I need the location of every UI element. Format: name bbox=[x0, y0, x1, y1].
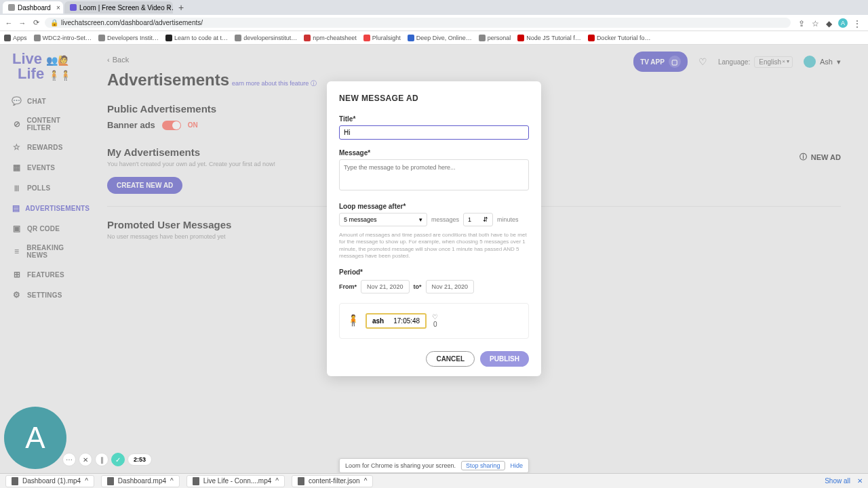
message-label: Message* bbox=[339, 149, 529, 157]
minutes-stepper[interactable]: 1⇵ bbox=[463, 213, 493, 226]
show-all-downloads[interactable]: Show all bbox=[825, 477, 850, 485]
from-date-input[interactable]: Nov 21, 2020 bbox=[361, 280, 410, 293]
share-icon[interactable]: ⇪ bbox=[797, 19, 806, 27]
bookmark[interactable]: personal bbox=[479, 35, 511, 41]
preview-box: 🧍 ash 17:05:48 ♡0 bbox=[339, 303, 529, 339]
download-item[interactable]: Live Life - Conn....mp4^ bbox=[186, 475, 285, 487]
bookmark[interactable]: Deep Dive, Online… bbox=[408, 35, 472, 41]
profile-avatar[interactable]: A bbox=[838, 18, 848, 28]
browser-tabs: Dashboard× Loom | Free Screen & Video R…… bbox=[0, 0, 868, 15]
browser-toolbar: ← → ⟳ 🔒livechatscreen.com/dashboard/adve… bbox=[0, 15, 868, 31]
file-icon bbox=[193, 477, 199, 485]
heart-icon: ♡ bbox=[432, 313, 438, 321]
file-icon bbox=[12, 477, 18, 485]
bookmark[interactable]: developersinstitut… bbox=[235, 35, 297, 41]
new-message-ad-modal: NEW MESSAGE AD Title* Message* Loop mess… bbox=[327, 81, 541, 376]
browser-tab[interactable]: Loom | Free Screen & Video R…× bbox=[64, 1, 173, 14]
loom-recorder: A ⋯ ✕ ∥ ✓ 2:53 bbox=[4, 407, 66, 469]
extension-icon[interactable]: ◆ bbox=[825, 19, 833, 27]
loom-stop-button[interactable]: ✕ bbox=[79, 453, 92, 466]
bookmark[interactable]: Learn to code at t… bbox=[165, 35, 228, 41]
chevron-up-icon[interactable]: ^ bbox=[275, 477, 279, 485]
bookmark[interactable]: npm-cheatsheet bbox=[304, 35, 357, 41]
title-label: Title* bbox=[339, 115, 529, 123]
loom-pause-button[interactable]: ∥ bbox=[95, 453, 108, 466]
loom-avatar[interactable]: A bbox=[4, 407, 66, 469]
preview-likes: ♡0 bbox=[432, 313, 438, 328]
chevron-down-icon: ▾ bbox=[419, 216, 422, 223]
bookmark[interactable]: Apps bbox=[4, 35, 27, 41]
stepper-icon: ⇵ bbox=[483, 216, 488, 223]
close-icon[interactable]: × bbox=[56, 4, 60, 12]
message-textarea[interactable] bbox=[339, 159, 529, 190]
from-label: From* bbox=[339, 283, 357, 290]
loom-done-button[interactable]: ✓ bbox=[111, 453, 125, 466]
messages-word: messages bbox=[431, 216, 459, 223]
back-icon[interactable]: ← bbox=[4, 19, 14, 27]
chevron-up-icon[interactable]: ^ bbox=[364, 477, 368, 485]
publish-button[interactable]: PUBLISH bbox=[480, 351, 529, 367]
new-tab-button[interactable]: + bbox=[174, 2, 188, 13]
address-bar[interactable]: 🔒livechatscreen.com/dashboard/advertisem… bbox=[45, 18, 791, 28]
minutes-word: minutes bbox=[497, 216, 519, 223]
download-item[interactable]: Dashboard.mp4^ bbox=[101, 475, 180, 487]
reload-icon[interactable]: ⟳ bbox=[31, 18, 41, 27]
share-text: Loom for Chrome is sharing your screen. bbox=[345, 462, 456, 469]
cancel-button[interactable]: CANCEL bbox=[426, 351, 475, 367]
download-item[interactable]: Dashboard (1).mp4^ bbox=[5, 475, 94, 487]
close-icon[interactable]: × bbox=[166, 4, 170, 12]
loop-hint: Amount of messages and time passed are c… bbox=[339, 232, 529, 260]
to-label: to* bbox=[414, 283, 422, 290]
loom-more-button[interactable]: ⋯ bbox=[62, 453, 76, 466]
hide-notice-button[interactable]: Hide bbox=[511, 462, 524, 469]
close-downloads-bar[interactable]: ✕ bbox=[857, 477, 863, 485]
browser-tab[interactable]: Dashboard× bbox=[3, 1, 63, 14]
to-date-input[interactable]: Nov 21, 2020 bbox=[426, 280, 475, 293]
screen-share-notice: Loom for Chrome is sharing your screen. … bbox=[339, 458, 529, 473]
bookmark[interactable]: Developers Instit… bbox=[98, 35, 159, 41]
chevron-up-icon[interactable]: ^ bbox=[85, 477, 88, 485]
period-label: Period* bbox=[339, 268, 529, 276]
lock-icon: 🔒 bbox=[50, 19, 58, 26]
menu-icon[interactable]: ⋮ bbox=[853, 19, 861, 27]
download-item[interactable]: content-filter.json^ bbox=[292, 475, 373, 487]
preview-message: ash 17:05:48 bbox=[366, 313, 427, 329]
bookmark[interactable]: Docker Tutorial fo… bbox=[588, 35, 651, 41]
loop-messages-select[interactable]: 5 messages▾ bbox=[339, 213, 427, 226]
loom-timer: 2:53 bbox=[127, 453, 152, 466]
bookmark[interactable]: WDC2-intro-Set… bbox=[34, 35, 92, 41]
file-icon bbox=[298, 477, 304, 485]
star-icon[interactable]: ☆ bbox=[811, 19, 819, 27]
modal-title: NEW MESSAGE AD bbox=[339, 94, 529, 103]
stop-sharing-button[interactable]: Stop sharing bbox=[461, 461, 505, 470]
downloads-bar: Dashboard (1).mp4^ Dashboard.mp4^ Live L… bbox=[0, 473, 868, 488]
chevron-up-icon[interactable]: ^ bbox=[170, 477, 174, 485]
loop-label: Loop message after* bbox=[339, 203, 529, 210]
bookmark[interactable]: Pluralsight bbox=[363, 35, 401, 41]
forward-icon[interactable]: → bbox=[18, 19, 27, 27]
file-icon bbox=[107, 477, 114, 485]
bookmarks-bar: Apps WDC2-intro-Set… Developers Instit… … bbox=[0, 31, 868, 45]
title-input[interactable] bbox=[339, 125, 529, 140]
bookmark[interactable]: Node JS Tutorial f… bbox=[517, 35, 581, 41]
preview-avatar: 🧍 bbox=[347, 314, 360, 327]
